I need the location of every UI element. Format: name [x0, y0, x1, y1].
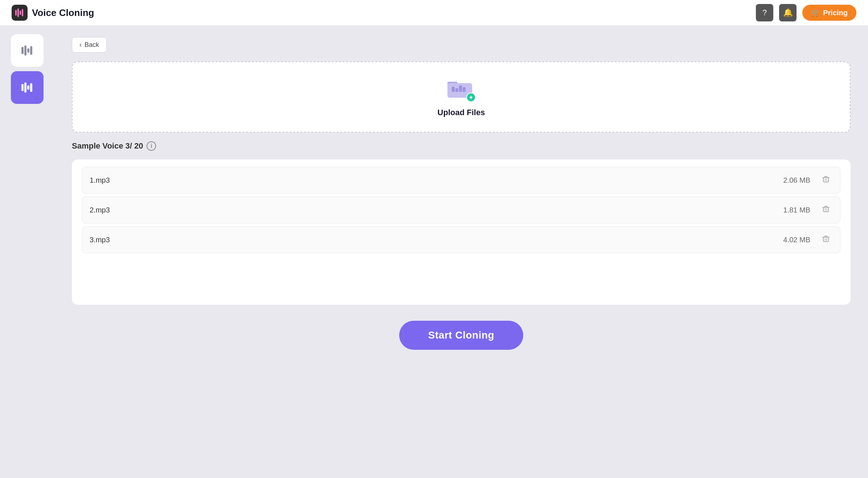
table-row: 3.mp3 4.02 MB: [82, 226, 840, 253]
header: Voice Cloning ? 🔔 🛒 Pricing: [0, 0, 868, 25]
info-icon[interactable]: i: [147, 141, 156, 151]
sidebar: [0, 25, 54, 478]
upload-icon-wrap: +: [447, 77, 476, 102]
upload-label: Upload Files: [438, 108, 485, 117]
app-title: Voice Cloning: [32, 7, 94, 19]
svg-rect-11: [30, 83, 32, 92]
svg-rect-3: [22, 9, 23, 16]
delete-file-button[interactable]: [819, 233, 833, 246]
bell-icon: 🔔: [783, 8, 793, 17]
main-content: ‹ Back + Upload Files: [54, 25, 868, 478]
pricing-button[interactable]: 🛒 Pricing: [802, 5, 856, 21]
sample-voice-label: Sample Voice 3/ 20: [72, 141, 143, 151]
plus-icon: +: [466, 93, 476, 102]
svg-rect-0: [15, 10, 17, 16]
body-layout: ‹ Back + Upload Files: [0, 25, 868, 478]
svg-rect-10: [27, 85, 29, 90]
delete-file-button[interactable]: [819, 203, 833, 216]
pricing-label: Pricing: [823, 9, 848, 17]
header-actions: ? 🔔 🛒 Pricing: [756, 4, 856, 21]
file-name: 3.mp3: [90, 236, 783, 244]
svg-rect-19: [823, 178, 828, 182]
svg-rect-16: [455, 88, 458, 92]
svg-rect-8: [21, 84, 24, 91]
svg-rect-2: [20, 11, 21, 15]
file-size: 1.81 MB: [783, 206, 810, 214]
svg-rect-17: [459, 85, 462, 92]
svg-rect-5: [24, 45, 26, 56]
start-cloning-wrap: Start Cloning: [72, 313, 851, 353]
back-label: Back: [85, 41, 99, 49]
table-row: 2.mp3 1.81 MB: [82, 197, 840, 223]
start-cloning-button[interactable]: Start Cloning: [399, 321, 523, 350]
back-arrow: ‹: [79, 41, 82, 49]
file-size: 2.06 MB: [783, 176, 810, 185]
trash-icon: [822, 205, 830, 213]
table-row: 1.mp3 2.06 MB: [82, 167, 840, 194]
file-list-container: 1.mp3 2.06 MB 2.mp3 1.81 MB: [72, 159, 851, 305]
svg-rect-4: [21, 47, 24, 54]
delete-file-button[interactable]: [819, 174, 833, 187]
svg-rect-18: [463, 87, 466, 92]
svg-rect-9: [24, 82, 26, 93]
back-button[interactable]: ‹ Back: [72, 37, 107, 53]
cart-icon: 🛒: [811, 8, 820, 17]
upload-area[interactable]: + Upload Files: [72, 61, 851, 133]
notifications-button[interactable]: 🔔: [779, 4, 797, 21]
help-button[interactable]: ?: [756, 4, 773, 21]
svg-rect-6: [27, 48, 29, 53]
file-size: 4.02 MB: [783, 236, 810, 244]
file-name: 1.mp3: [90, 176, 783, 185]
trash-icon: [822, 235, 830, 243]
file-name: 2.mp3: [90, 206, 783, 214]
svg-rect-7: [30, 46, 32, 55]
svg-rect-26: [823, 207, 828, 212]
help-icon: ?: [762, 8, 767, 17]
sidebar-item-voice-clone-2[interactable]: [11, 71, 44, 104]
svg-rect-33: [823, 237, 828, 242]
sidebar-item-voice-clone-1[interactable]: [11, 34, 44, 67]
trash-icon: [822, 175, 830, 183]
svg-rect-15: [452, 87, 455, 92]
app-logo: [12, 5, 28, 21]
svg-rect-1: [17, 8, 19, 17]
sample-voice-header: Sample Voice 3/ 20 i: [72, 141, 851, 151]
